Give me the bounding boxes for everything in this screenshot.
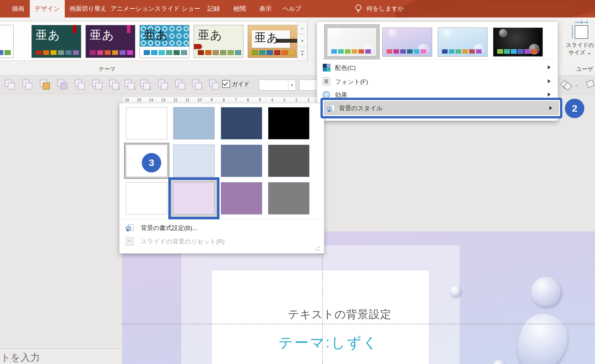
- group-objects-icon[interactable]: [74, 79, 85, 90]
- tab-描画[interactable]: 描画: [8, 0, 28, 17]
- reset-background-icon: ↶: [126, 237, 134, 246]
- format-background-icon: [126, 224, 134, 231]
- background-style-swatch[interactable]: [126, 182, 167, 215]
- menu-item-fonts[interactable]: 亜フォント(F): [318, 75, 556, 88]
- menu-item-label: 背景のスタイル: [339, 104, 383, 113]
- color-chip: [198, 50, 204, 55]
- color-chip: [449, 49, 455, 54]
- variant-color-chips: [497, 49, 537, 54]
- variant-black[interactable]: [493, 28, 543, 57]
- background-style-swatch[interactable]: [221, 107, 262, 139]
- gallery-scroll-down-button[interactable]: ▼: [297, 34, 308, 47]
- dark-teal-theme[interactable]: 亜あ: [31, 25, 81, 58]
- color-chip: [518, 49, 523, 54]
- color-chip: [393, 49, 399, 54]
- tab-校閲[interactable]: 校閲: [227, 0, 252, 17]
- menu-item-label: フォント(F): [335, 78, 368, 86]
- color-chip: [352, 49, 357, 54]
- popup-item-label: 背景の書式設定(B)...: [141, 224, 197, 232]
- color-chip: [504, 49, 510, 54]
- tell-me-box[interactable]: 何をしますか: [355, 0, 404, 17]
- background-style-swatch[interactable]: [173, 107, 215, 139]
- purple-theme[interactable]: 亜あ: [85, 25, 135, 58]
- theme-gallery: 亜あ亜あ亜あ亜あ亜あ: [0, 21, 308, 61]
- color-chip: [151, 50, 157, 55]
- gallery-more-button[interactable]: ▼: [297, 47, 308, 61]
- variant-purple[interactable]: [382, 28, 432, 57]
- color-chip: [220, 50, 226, 55]
- gallery-scroll-up-button[interactable]: ▲: [297, 21, 308, 35]
- background-style-swatch[interactable]: [268, 182, 309, 215]
- guides-checkbox[interactable]: [222, 80, 230, 88]
- current-theme-partial[interactable]: [0, 25, 14, 58]
- color-chip: [97, 50, 103, 55]
- tab-デザイン[interactable]: デザイン: [30, 0, 65, 17]
- background-style-swatch[interactable]: [173, 145, 215, 177]
- ruler-tick: ·: [313, 98, 314, 102]
- drop-shape: [127, 229, 129, 231]
- custom-group-label: ユーザ: [576, 65, 593, 73]
- variant-blue[interactable]: [438, 28, 488, 57]
- ruler-tick: ·: [301, 98, 302, 102]
- slide-size-button[interactable]: スライドの サイズ ⌄: [565, 21, 595, 56]
- distribute-vertical-icon[interactable]: [208, 79, 220, 90]
- tab-画面切り替え[interactable]: 画面切り替え: [66, 0, 110, 17]
- background-style-swatch[interactable]: [221, 145, 262, 177]
- resize-grip[interactable]: [315, 246, 320, 251]
- tab-記録[interactable]: 記録: [201, 0, 226, 17]
- slide-title-text[interactable]: テキストの背景設定: [288, 307, 391, 322]
- annotation-box-background-styles[interactable]: 背景のスタイル: [320, 98, 562, 118]
- align-center-icon[interactable]: [157, 79, 169, 90]
- align-top-icon[interactable]: ↑: [124, 79, 135, 90]
- ruler-tick: ·: [240, 98, 241, 102]
- align-bottom-icon[interactable]: ↓: [139, 79, 151, 90]
- tab-表示[interactable]: 表示: [253, 0, 278, 17]
- chevron-down-icon[interactable]: ⌄: [575, 83, 578, 87]
- icon-shape: [78, 83, 85, 90]
- select-group-icon[interactable]: [21, 79, 33, 90]
- color-chip: [462, 49, 468, 54]
- tab-アニメーション[interactable]: アニメーション: [111, 0, 153, 17]
- shapes-button[interactable]: [561, 79, 572, 90]
- icon-arrow: ↓: [149, 86, 152, 91]
- align-left-icon[interactable]: ←: [91, 79, 103, 90]
- toolbar-input-box[interactable]: [299, 80, 317, 91]
- menu-item-label: 配色(C): [335, 64, 356, 72]
- rotate-object-icon[interactable]: ↑: [108, 79, 120, 90]
- background-style-swatch[interactable]: [268, 107, 309, 139]
- color-chip: [358, 49, 364, 54]
- align-middle-icon[interactable]: [174, 79, 186, 90]
- color-chip: [205, 50, 211, 55]
- fill-bucket-button[interactable]: [587, 79, 595, 89]
- slide-size-icon: [572, 22, 588, 38]
- icon-shape: [195, 83, 202, 90]
- fonts-glyph: 亜: [323, 78, 330, 85]
- color-chip: [338, 49, 344, 54]
- wood-theme[interactable]: 亜あ: [248, 25, 298, 58]
- background-style-swatch-highlighted[interactable]: [173, 182, 215, 215]
- tab-ヘルプ[interactable]: ヘルプ: [278, 0, 306, 17]
- background-style-swatch[interactable]: [126, 107, 167, 139]
- chevron-down-icon[interactable]: ▼: [288, 80, 296, 90]
- format-background-item[interactable]: 背景の書式設定(B)...: [121, 222, 323, 234]
- distribute-horizontal-icon[interactable]: [191, 79, 203, 90]
- variant-white[interactable]: [327, 28, 377, 57]
- select-objects-icon[interactable]: [4, 79, 16, 90]
- menu-item-color-scheme[interactable]: 配色(C): [318, 61, 556, 74]
- slide-size-label-2: サイズ: [568, 50, 585, 56]
- guide-spacing-combobox[interactable]: ▼: [259, 80, 296, 91]
- slide-subtitle-text[interactable]: テーマ:しずく: [278, 333, 378, 352]
- bring-forward-icon[interactable]: [39, 79, 51, 90]
- background-style-swatch[interactable]: [268, 145, 309, 177]
- ruler-tick: ·: [228, 98, 229, 102]
- send-backward-icon[interactable]: [56, 79, 68, 90]
- background-style-swatch[interactable]: [221, 182, 262, 215]
- tab-スライド ショー[interactable]: スライド ショー: [155, 0, 200, 17]
- paint-bucket-icon: [586, 80, 594, 88]
- horizontal-guide[interactable]: [122, 324, 595, 324]
- droplet-decoration: [333, 29, 341, 37]
- blue-pattern-theme[interactable]: 亜あ: [140, 25, 189, 58]
- theme-accent-tag: [127, 25, 130, 33]
- variant-color-chips: [331, 49, 371, 54]
- pale-green-theme[interactable]: 亜あ: [194, 25, 243, 58]
